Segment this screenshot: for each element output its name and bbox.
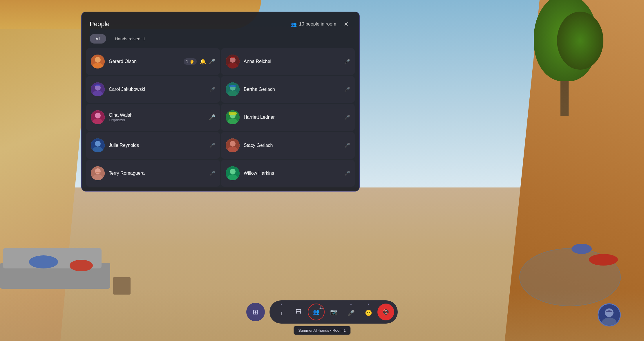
- tab-all[interactable]: All: [90, 34, 106, 44]
- mic-muted-icon: 🎤: [209, 142, 215, 148]
- participant-card: Stacy Gerlach 🎤: [221, 132, 355, 159]
- toolbar-pill: ▲ ↑ 🎞 👥 11 📷 ▲ 🎤 ▲ 🙂: [269, 300, 398, 324]
- participant-name: Gerard Olson: [109, 59, 180, 64]
- notification-icon: 🔔: [200, 58, 206, 65]
- close-button[interactable]: ✕: [341, 19, 351, 29]
- svg-point-30: [230, 169, 236, 174]
- tab-hands-raised[interactable]: Hands raised: 1: [109, 34, 151, 44]
- svg-point-1: [95, 57, 101, 63]
- participant-info: Gina Walsh Organizer: [109, 113, 205, 122]
- panel-header-right: 👥 10 people in room ✕: [291, 19, 351, 29]
- avatar: [226, 82, 240, 96]
- participant-name: Julie Reynolds: [109, 143, 205, 148]
- apps-button[interactable]: ⊞: [246, 303, 265, 321]
- share-button-container: ▲ ↑: [273, 303, 290, 321]
- participant-info: Bertha Gerlach: [244, 87, 340, 92]
- self-avatar: [598, 303, 621, 326]
- avatar: [91, 138, 105, 152]
- svg-point-21: [95, 141, 101, 147]
- participant-name: Willow Harkins: [244, 171, 340, 176]
- hand-badge: 1 ✋: [184, 58, 197, 65]
- avatar: [226, 110, 240, 124]
- right-blob-blue: [571, 244, 592, 254]
- participant-icons: 🎤: [209, 114, 215, 120]
- participant-icons: 🎤: [344, 87, 350, 92]
- avatar: [91, 82, 105, 96]
- people-count-icon: 👥: [291, 21, 297, 27]
- participant-role: Organizer: [109, 118, 205, 122]
- mic-button-container: ▲ 🎤: [343, 303, 359, 321]
- avatar: [91, 166, 105, 180]
- bottom-toolbar: ⊞ ▲ ↑ 🎞 👥 11 📷 ▲ 🎤: [246, 300, 398, 324]
- participant-name: Stacy Gerlach: [244, 143, 340, 148]
- participant-name: Harriett Ledner: [244, 115, 340, 120]
- people-count-badge: 👥 10 people in room: [291, 21, 336, 27]
- mic-muted-icon: 🎤: [344, 59, 350, 64]
- filter-tabs: All Hands raised: 1: [82, 34, 359, 48]
- avatar: [226, 166, 240, 180]
- room-tooltip: Summer All-hands • Room 1: [294, 326, 350, 335]
- participant-icons: 🎤: [344, 170, 350, 176]
- avatar: [226, 55, 240, 68]
- participant-info: Gerard Olson: [109, 59, 180, 64]
- participant-info: Julie Reynolds: [109, 143, 205, 148]
- panel-title: People: [90, 20, 110, 28]
- tree-canopy-2: [557, 12, 603, 70]
- svg-point-33: [605, 308, 614, 317]
- participant-name: Terry Romaguera: [109, 171, 205, 176]
- end-call-button[interactable]: 📵: [377, 304, 394, 320]
- mic-icon: 🎤: [209, 114, 215, 120]
- emoji-button[interactable]: 🙂: [360, 304, 377, 321]
- participant-card: Bertha Gerlach 🎤: [221, 76, 355, 103]
- self-avatar-image: [598, 303, 620, 326]
- participant-icons: 🎤: [209, 87, 215, 92]
- participant-card: Harriett Ledner 🎤: [221, 104, 355, 131]
- avatar: [91, 110, 105, 124]
- participant-card: Gina Walsh Organizer 🎤: [86, 104, 220, 131]
- share-button[interactable]: ↑: [273, 304, 290, 321]
- camera-button[interactable]: 📷: [325, 304, 342, 320]
- participant-card: Julie Reynolds 🎤: [86, 132, 220, 159]
- mic-muted-icon: 🎤: [344, 87, 350, 92]
- participants-grid: Gerard Olson 1 ✋ 🔔 🎤: [82, 48, 359, 191]
- participant-name: Gina Walsh: [109, 113, 205, 118]
- participant-card: Gerard Olson 1 ✋ 🔔 🎤: [86, 48, 220, 75]
- participant-name: Anna Reichel: [244, 59, 340, 64]
- right-blob-red: [589, 254, 618, 266]
- participant-name: Bertha Gerlach: [244, 87, 340, 92]
- participant-info: Stacy Gerlach: [244, 143, 340, 148]
- hand-emoji: ✋: [189, 59, 194, 64]
- filmstrip-button[interactable]: 🎞: [290, 304, 307, 320]
- participant-card: Willow Harkins 🎤: [221, 160, 355, 187]
- people-button[interactable]: 👥 11: [308, 304, 325, 320]
- people-count-badge: 11: [319, 306, 323, 309]
- svg-point-14: [95, 113, 101, 118]
- hand-count: 1: [186, 59, 188, 64]
- participant-icons: 🎤: [344, 142, 350, 148]
- avatar: [226, 138, 240, 152]
- red-pillow: [70, 260, 93, 271]
- blue-pillow: [29, 255, 58, 268]
- participant-card: Terry Romaguera 🎤: [86, 160, 220, 187]
- svg-rect-19: [229, 112, 237, 115]
- mic-button[interactable]: 🎤: [343, 304, 359, 321]
- panel-header: People 👥 10 people in room ✕: [82, 12, 359, 34]
- participant-info: Carol Jakubowski: [109, 87, 205, 92]
- people-count-text: 10 people in room: [299, 21, 336, 27]
- participant-icons: 🎤: [209, 142, 215, 148]
- avatar: [91, 55, 105, 68]
- participant-card: Carol Jakubowski 🎤: [86, 76, 220, 103]
- mic-icon: 🎤: [209, 58, 215, 65]
- svg-rect-12: [229, 85, 236, 87]
- mic-muted-icon: 🎤: [344, 142, 350, 148]
- participant-icons: 🎤: [209, 170, 215, 176]
- participant-name: Carol Jakubowski: [109, 87, 205, 92]
- participant-info: Anna Reichel: [244, 59, 340, 64]
- svg-point-24: [230, 141, 236, 147]
- participant-icons: 🎤: [344, 59, 350, 64]
- mic-muted-icon: 🎤: [344, 115, 350, 120]
- participant-info: Terry Romaguera: [109, 171, 205, 176]
- people-panel: People 👥 10 people in room ✕ All Hands r…: [81, 12, 360, 192]
- mic-muted-icon: 🎤: [344, 170, 350, 176]
- side-table: [113, 277, 131, 295]
